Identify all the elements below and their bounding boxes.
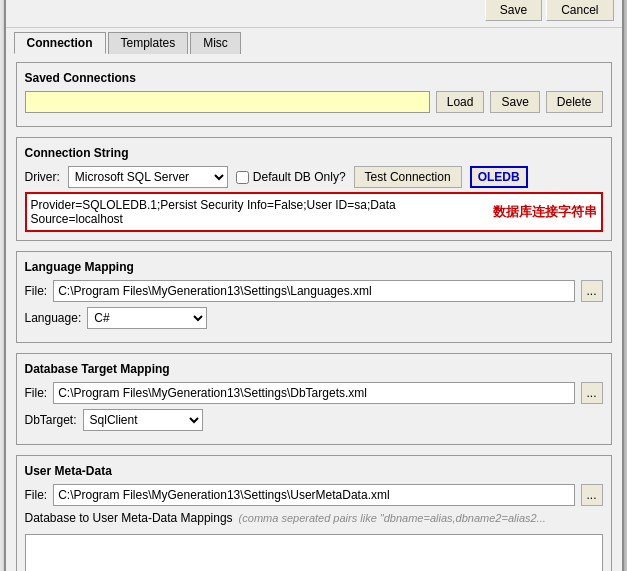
database-target-title: Database Target Mapping	[25, 362, 603, 376]
driver-label: Driver:	[25, 170, 60, 184]
connection-string-section: Connection String Driver: Microsoft SQL …	[16, 137, 612, 241]
metadata-file-browse-button[interactable]: ...	[581, 484, 603, 506]
driver-select[interactable]: Microsoft SQL Server Oracle MySQL SQLite	[68, 166, 228, 188]
metadata-mapping-label: Database to User Meta-Data Mappings	[25, 511, 233, 525]
cancel-button[interactable]: Cancel	[546, 0, 613, 21]
tab-bar: Connection Templates Misc	[6, 28, 622, 54]
dbtarget-file-input[interactable]	[53, 382, 574, 404]
dbtarget-label: DbTarget:	[25, 413, 77, 427]
language-mapping-section: Language Mapping File: ... Language: C# …	[16, 251, 612, 343]
main-window: ⚙ Default Settings ─ □ ✕ Save Cancel Con…	[4, 0, 624, 571]
save-button[interactable]: Save	[485, 0, 542, 21]
dbtarget-row: DbTarget: SqlClient OleDb Odbc	[25, 409, 603, 431]
top-toolbar: Save Cancel	[6, 0, 622, 28]
connection-string-value: Provider=SQLOLEDB.1;Persist Security Inf…	[31, 198, 485, 226]
saved-connections-section: Saved Connections Load Save Delete	[16, 62, 612, 127]
connection-string-title: Connection String	[25, 146, 603, 160]
tab-connection[interactable]: Connection	[14, 32, 106, 54]
connection-string-annotation: 数据库连接字符串	[493, 203, 597, 221]
language-file-input[interactable]	[53, 280, 574, 302]
language-label: Language:	[25, 311, 82, 325]
language-file-label: File:	[25, 284, 48, 298]
default-db-label: Default DB Only?	[253, 170, 346, 184]
dbtarget-file-row: File: ...	[25, 382, 603, 404]
saved-connections-title: Saved Connections	[25, 71, 603, 85]
dbtarget-file-browse-button[interactable]: ...	[581, 382, 603, 404]
metadata-mapping-row: Database to User Meta-Data Mappings (com…	[25, 511, 603, 525]
oledb-button[interactable]: OLEDB	[470, 166, 528, 188]
driver-row: Driver: Microsoft SQL Server Oracle MySQ…	[25, 166, 603, 188]
save-connection-button[interactable]: Save	[490, 91, 539, 113]
default-db-checkbox[interactable]	[236, 171, 249, 184]
user-metadata-section: User Meta-Data File: ... Database to Use…	[16, 455, 612, 571]
metadata-file-input[interactable]	[53, 484, 574, 506]
language-file-browse-button[interactable]: ...	[581, 280, 603, 302]
language-file-row: File: ...	[25, 280, 603, 302]
metadata-textarea[interactable]	[25, 534, 603, 571]
delete-button[interactable]: Delete	[546, 91, 603, 113]
metadata-file-label: File:	[25, 488, 48, 502]
tab-misc[interactable]: Misc	[190, 32, 241, 54]
saved-connections-row: Load Save Delete	[25, 91, 603, 113]
dbtarget-select[interactable]: SqlClient OleDb Odbc	[83, 409, 203, 431]
dbtarget-file-label: File:	[25, 386, 48, 400]
tab-content: Saved Connections Load Save Delete Conne…	[6, 54, 622, 571]
connection-string-box: Provider=SQLOLEDB.1;Persist Security Inf…	[25, 192, 603, 232]
saved-connections-input[interactable]	[25, 91, 430, 113]
language-row: Language: C# VB.NET Java Python	[25, 307, 603, 329]
database-target-section: Database Target Mapping File: ... DbTarg…	[16, 353, 612, 445]
metadata-file-row: File: ...	[25, 484, 603, 506]
metadata-mapping-hint: (comma seperated pairs like "dbname=alia…	[239, 512, 546, 524]
language-mapping-title: Language Mapping	[25, 260, 603, 274]
language-select[interactable]: C# VB.NET Java Python	[87, 307, 207, 329]
tab-templates[interactable]: Templates	[108, 32, 189, 54]
load-button[interactable]: Load	[436, 91, 485, 113]
default-db-row: Default DB Only?	[236, 170, 346, 184]
test-connection-button[interactable]: Test Connection	[354, 166, 462, 188]
user-metadata-title: User Meta-Data	[25, 464, 603, 478]
